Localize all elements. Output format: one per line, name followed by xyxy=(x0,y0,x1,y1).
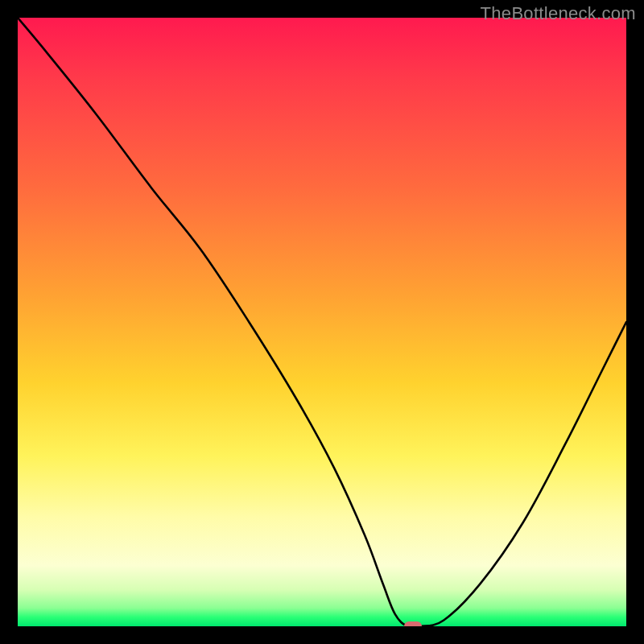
curve-svg xyxy=(18,18,626,626)
bottleneck-curve-path xyxy=(18,18,626,626)
optimum-marker xyxy=(404,621,422,626)
watermark-text: TheBottleneck.com xyxy=(481,3,636,24)
chart-frame: TheBottleneck.com xyxy=(0,0,644,644)
plot-area xyxy=(18,18,626,626)
